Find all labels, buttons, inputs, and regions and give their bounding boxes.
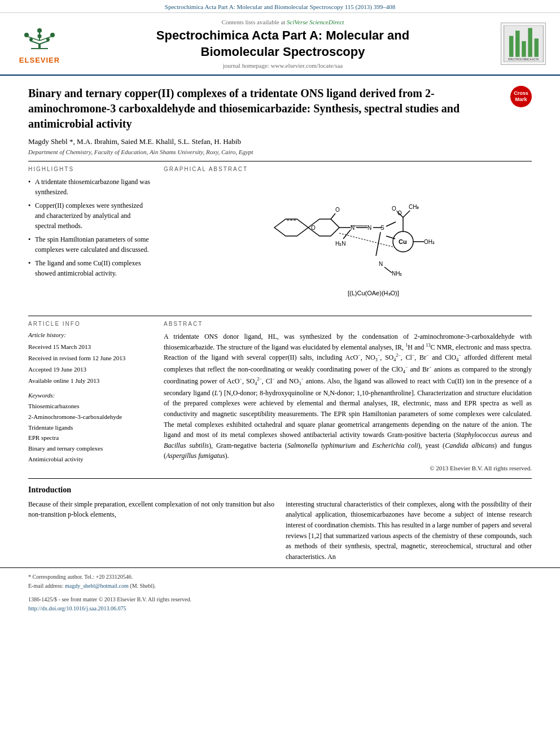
svg-text:CH₃: CH₃ [409, 204, 419, 210]
svg-line-24 [331, 213, 335, 219]
spectrochim-logo: SPECTROCHIMICA ACTA [501, 23, 546, 65]
svg-rect-1 [31, 48, 48, 49]
intro-text-right: interesting structural characteristics o… [286, 500, 532, 561]
svg-text:[(L)Cu(OAe)(H₂O)]: [(L)Cu(OAe)(H₂O)] [348, 290, 399, 296]
highlights-col: HIGHLIGHTS A tridentate thiosemicarbazon… [28, 166, 152, 309]
svg-line-5 [40, 36, 53, 41]
footnote-email: E-mail address: magdy_shebl@hotmail.com … [28, 582, 532, 591]
svg-point-7 [37, 28, 42, 33]
divider-2 [28, 316, 532, 316]
journal-title: Spectrochimica Acta Part A: Molecular an… [73, 28, 492, 60]
doi-link[interactable]: http://dx.doi.org/10.1016/j.saa.2013.06.… [28, 605, 126, 611]
intro-col-left: Because of their simple preparation, exc… [28, 499, 274, 562]
doi-line: http://dx.doi.org/10.1016/j.saa.2013.06.… [28, 604, 532, 613]
received-date: Received 15 March 2013 [28, 342, 152, 353]
journal-logo-right: SPECTROCHIMICA ACTA [498, 23, 549, 65]
introduction-title: Introduction [28, 486, 532, 495]
article-info-label: ARTICLE INFO [28, 321, 152, 327]
svg-text:O: O [311, 225, 316, 231]
divider-1 [28, 161, 532, 161]
svg-text:S: S [380, 225, 384, 231]
article-history-label: Article history: [28, 331, 152, 338]
keyword-1: Thiosemicarbazones [28, 401, 152, 412]
svg-text:O: O [392, 206, 396, 212]
copyright-line: © 2013 Elsevier B.V. All rights reserved… [164, 465, 532, 471]
svg-rect-16 [522, 41, 526, 57]
email-attribution: (M. Shebl). [130, 583, 156, 589]
highlight-item-1: A tridentate thiosemicarbazone ligand wa… [28, 177, 152, 197]
svg-point-11 [46, 38, 50, 41]
svg-text:Cu: Cu [399, 238, 407, 245]
svg-rect-0 [38, 44, 41, 49]
footnote-author: * Corresponding author. Tel.: +20 233120… [28, 573, 532, 582]
article-area: Binary and ternary copper(II) complexes … [0, 76, 560, 567]
highlights-list: A tridentate thiosemicarbazone ligand wa… [28, 177, 152, 278]
svg-text:N: N [379, 261, 383, 267]
highlight-item-4: The ligand and some Cu(II) complexes sho… [28, 258, 152, 278]
graphical-abstract-label: GRAPHICAL ABSTRACT [164, 166, 532, 172]
keywords-label: Keywords: [28, 392, 152, 399]
abstract-col: ABSTRACT A tridentate ONS donor ligand, … [164, 321, 532, 471]
svg-rect-15 [515, 30, 519, 56]
authors-text: Magdy Shebl *, M.A. Ibrahim, Saied M.E. … [28, 137, 241, 146]
highlights-label: HIGHLIGHTS [28, 166, 152, 172]
keywords-list: Thiosemicarbazones 2-Aminochromone-3-car… [28, 401, 152, 464]
elsevier-logo [14, 23, 65, 54]
svg-text:N: N [368, 225, 371, 231]
graphical-abstract-col: GRAPHICAL ABSTRACT O O [164, 166, 532, 309]
issn-line: 1386-1425/$ - see front matter © 2013 El… [28, 595, 532, 604]
highlights-graphical-row: HIGHLIGHTS A tridentate thiosemicarbazon… [28, 166, 532, 309]
keyword-2: 2-Aminochromone-3-carboxaldehyde [28, 412, 152, 422]
available-date: Available online 1 July 2013 [28, 375, 152, 387]
dates-block: Received 15 March 2013 Received in revis… [28, 342, 152, 386]
svg-text:O: O [335, 207, 340, 213]
svg-text:SPECTROCHIMICA ACTA: SPECTROCHIMICA ACTA [508, 58, 539, 61]
svg-rect-18 [534, 38, 538, 57]
journal-header: ELSEVIER Contents lists available at Sci… [0, 13, 560, 76]
svg-line-52 [339, 233, 395, 247]
intro-col-right: interesting structural characteristics o… [286, 499, 532, 562]
spectrochim-logo-icon: SPECTROCHIMICA ACTA [502, 25, 545, 62]
svg-marker-20 [274, 219, 308, 236]
svg-point-10 [29, 38, 33, 41]
accepted-date: Accepted 19 June 2013 [28, 364, 152, 375]
info-abstract-row: ARTICLE INFO Article history: Received 1… [28, 321, 532, 471]
article-info-col: ARTICLE INFO Article history: Received 1… [28, 321, 152, 471]
top-bar: Spectrochimica Acta Part A: Molecular an… [0, 0, 560, 13]
revised-date: Received in revised form 12 June 2013 [28, 353, 152, 364]
graphical-abstract-image: O O N N S [164, 177, 532, 309]
elsevier-tree-icon [20, 28, 59, 50]
article-title: Binary and ternary copper(II) complexes … [28, 86, 510, 132]
sciverse-line: Contents lists available at SciVerse Sci… [73, 19, 492, 25]
divider-3 [28, 478, 532, 479]
article-title-block: Binary and ternary copper(II) complexes … [28, 86, 532, 132]
keyword-5: Binary and ternary complexes [28, 443, 152, 454]
svg-line-46 [343, 230, 351, 239]
introduction-section: Introduction Because of their simple pre… [28, 486, 532, 562]
keyword-6: Antimicrobial activity [28, 454, 152, 465]
email-link[interactable]: magdy_shebl@hotmail.com [65, 583, 129, 589]
svg-text:NH₂: NH₂ [392, 270, 402, 277]
crossmark-badge[interactable]: CrossMark [510, 86, 532, 107]
authors-line: Magdy Shebl *, M.A. Ibrahim, Saied M.E. … [28, 137, 532, 146]
svg-line-33 [386, 222, 396, 226]
abstract-label: ABSTRACT [164, 321, 532, 327]
keyword-3: Tridentate ligands [28, 422, 152, 433]
highlight-item-3: The spin Hamiltonian parameters of some … [28, 234, 152, 255]
journal-citation: Spectrochimica Acta Part A: Molecular an… [165, 3, 395, 10]
intro-text-left: Because of their simple preparation, exc… [28, 500, 274, 519]
svg-line-50 [384, 267, 392, 273]
svg-rect-17 [528, 28, 532, 57]
affiliation-line: Department of Chemistry, Faculty of Educ… [28, 148, 532, 155]
elsevier-logo-block: ELSEVIER [11, 23, 68, 64]
svg-point-12 [38, 34, 42, 38]
svg-line-3 [27, 36, 40, 41]
svg-text:H₂N: H₂N [335, 241, 345, 247]
highlight-item-2: Copper(II) complexes were synthesized an… [28, 200, 152, 231]
introduction-body: Because of their simple preparation, exc… [28, 499, 532, 562]
svg-point-8 [24, 33, 29, 37]
svg-rect-14 [509, 36, 513, 57]
elsevier-label: ELSEVIER [19, 56, 60, 64]
keyword-4: EPR spectra [28, 433, 152, 443]
footer-area: * Corresponding author. Tel.: +20 233120… [0, 567, 560, 618]
